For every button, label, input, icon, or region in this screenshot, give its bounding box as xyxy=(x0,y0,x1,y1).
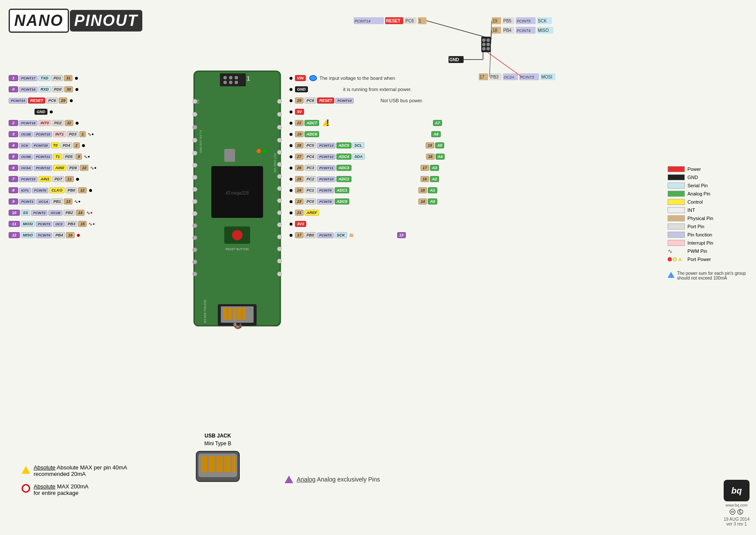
legend-serial: Serial Pin xyxy=(668,183,750,189)
right-pins-area: ● VIN The input voltage to the board whe… xyxy=(289,73,505,242)
svg-point-80 xyxy=(277,150,282,154)
xck: XCK xyxy=(19,143,31,148)
w1-line1: Absolute Absolute MAX per pin 40mA xyxy=(34,464,127,471)
pin-num-2: 2 xyxy=(9,120,18,126)
svg-rect-107 xyxy=(242,308,246,320)
legend-color-analog xyxy=(668,191,685,197)
svg-text:PCINT3: PCINT3 xyxy=(520,75,534,79)
title-nano: NANO xyxy=(9,9,69,33)
svg-text:ATmega328: ATmega328 xyxy=(226,191,249,195)
func-adc3: ADC3 xyxy=(336,165,351,171)
legend-color-control xyxy=(668,199,685,205)
legend-label-int: INT xyxy=(687,208,695,213)
a4-label: A4 xyxy=(436,154,445,160)
warning-2: Absolute MAX 200mA for entire package xyxy=(22,483,127,496)
port-pd4: PD4 xyxy=(60,142,72,148)
pcint9: PCINT9 xyxy=(317,188,333,193)
w2-line2: for entire package xyxy=(34,490,88,496)
svg-point-95 xyxy=(263,149,267,153)
legend-label-pwm: PWM Pin xyxy=(687,249,707,254)
cc-icons: 🅭 🅮 xyxy=(724,509,750,516)
left-pin-3: 3 OC2B PCINT19 INT1 PD3 1 ∿● xyxy=(9,129,194,139)
func-adc0: ADC0 xyxy=(335,198,350,205)
port-pd3: PD3 xyxy=(67,131,79,137)
phys-14: 14 xyxy=(76,210,85,216)
legend-color-port xyxy=(668,223,685,230)
power-sum-icon xyxy=(668,272,674,278)
legend-color-power xyxy=(668,166,685,172)
oc1a: OC1A xyxy=(36,199,50,205)
svg-text:1: 1 xyxy=(247,75,250,82)
func-rxd: RXD xyxy=(38,86,51,92)
w2-line1: Absolute MAX 200mA xyxy=(34,483,88,490)
func-ain1: AIN1 xyxy=(38,176,52,182)
func-adc7: ADC7 xyxy=(304,120,320,126)
phys-26: 26 xyxy=(295,165,304,171)
svg-point-90 xyxy=(277,272,282,276)
phys-24: 24 xyxy=(295,187,304,193)
right-pin-sck: ● 17 PB5 PCINT5 SCK ≋ 13 xyxy=(289,230,505,240)
svg-text:RESET BUTTON: RESET BUTTON xyxy=(226,248,249,251)
func-int0: INT0 xyxy=(38,120,51,126)
pin-num-8: 8 xyxy=(9,187,18,193)
pwm-symbol-sck: ≋ xyxy=(349,232,354,239)
phys-25: 25 xyxy=(295,176,304,182)
func-txd: TXD xyxy=(38,75,50,81)
svg-rect-93 xyxy=(224,149,235,162)
svg-text:PCINT14: PCINT14 xyxy=(354,19,370,23)
phys-15: 15 xyxy=(78,221,87,227)
svg-rect-113 xyxy=(201,456,207,472)
svg-line-51 xyxy=(489,49,491,77)
right-pin-5v: ● 5V xyxy=(289,107,505,116)
a1-label: A1 xyxy=(428,187,437,193)
oc1b: OC1B xyxy=(48,210,62,216)
phys-11: 11 xyxy=(65,176,74,182)
title-area: NANO PINOUT xyxy=(9,9,142,33)
pcint16: PCINT16 xyxy=(19,87,38,92)
pin-13-right: 13 xyxy=(397,232,406,238)
svg-rect-115 xyxy=(216,456,223,472)
svg-point-42 xyxy=(486,38,490,42)
phys-30: 30 xyxy=(64,86,73,92)
svg-line-8 xyxy=(427,21,492,39)
svg-rect-116 xyxy=(224,456,230,472)
phys-18-a4: 18 xyxy=(426,154,435,160)
eye-icon xyxy=(309,75,317,81)
legend-label-control: Control xyxy=(687,199,703,205)
svg-point-88 xyxy=(277,247,282,251)
svg-point-78 xyxy=(277,125,282,129)
legend-label-analog: Analog Pin xyxy=(687,191,710,196)
aref-label: AREF xyxy=(304,210,320,216)
legend-label-port: Port Pin xyxy=(687,224,704,229)
svg-point-84 xyxy=(277,198,282,203)
svg-rect-106 xyxy=(238,308,241,320)
warning-icon-legend: ⚠ xyxy=(678,257,682,262)
pcint17: PCINT17 xyxy=(19,76,38,81)
svg-point-79 xyxy=(277,138,282,142)
legend-label-physical: Physical Pin xyxy=(687,216,713,221)
pin-num-10: 10 xyxy=(9,210,20,216)
svg-point-45 xyxy=(482,47,486,50)
pcint10: PCINT10 xyxy=(317,176,336,182)
pin-num-4: 4 xyxy=(9,142,18,148)
svg-point-57 xyxy=(223,81,227,84)
left-pin-tx: 1 PCINT17 TXD PD1 31 ● xyxy=(9,73,194,83)
warnings-area: Absolute Absolute MAX per pin 40mA recom… xyxy=(22,464,127,496)
svg-text:D12 D11 D10 D9: D12 D11 D10 D9 xyxy=(204,300,207,323)
oc0a: OC0A xyxy=(19,165,33,171)
w1-line2: recommended 20mA xyxy=(34,471,127,477)
svg-rect-103 xyxy=(223,308,227,320)
port-pd5: PD5 xyxy=(63,154,75,160)
phys-15-a1: 15 xyxy=(418,187,427,193)
usb-svg xyxy=(194,449,242,484)
a6-label: A6 xyxy=(431,131,441,137)
legend-label-power: Power xyxy=(687,167,701,172)
pcint11: PCINT11 xyxy=(317,165,336,171)
left-pin-7: 7 PCINT23 AIN1 PD7 11 ● xyxy=(9,174,194,184)
pcint22: PCINT22 xyxy=(34,165,52,171)
pin-num-7: 7 xyxy=(9,176,18,182)
legend-label-gnd: GND xyxy=(687,175,698,180)
pcint3: PCINT3 xyxy=(36,221,52,227)
svg-point-59 xyxy=(235,81,238,84)
no-symbol xyxy=(22,484,30,493)
